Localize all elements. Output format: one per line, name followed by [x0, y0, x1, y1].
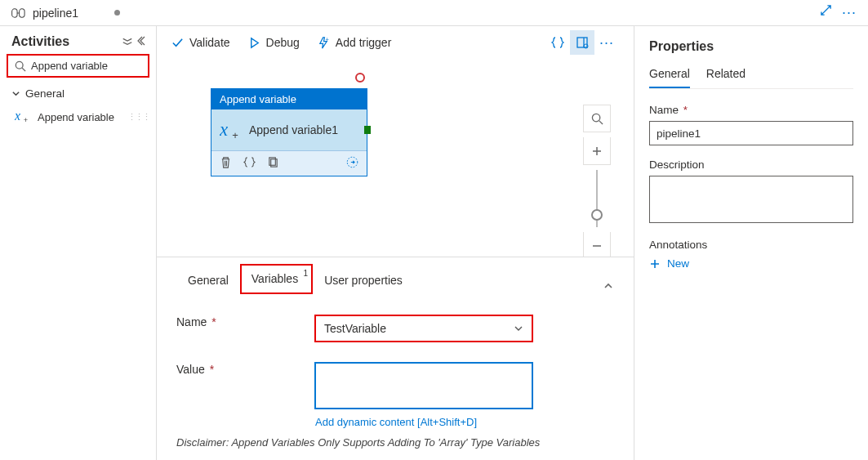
svg-line-4: [22, 68, 25, 71]
expand-icon[interactable]: [820, 4, 832, 21]
node-output-button[interactable]: [346, 156, 358, 171]
svg-rect-8: [577, 38, 587, 47]
search-value: Append variable: [31, 60, 108, 72]
zoom-slider-knob[interactable]: [591, 209, 603, 221]
copy-icon: [267, 156, 279, 168]
svg-text:x: x: [220, 121, 228, 139]
debug-button[interactable]: Debug: [248, 36, 300, 49]
minus-icon: [591, 240, 603, 252]
variable-name-label: Name *: [176, 315, 315, 328]
svg-point-3: [16, 61, 23, 69]
pipeline-icon: [11, 7, 26, 19]
activity-node-append-variable[interactable]: Append variable x + Append variable1: [211, 88, 367, 176]
variable-name-select[interactable]: TestVariable: [315, 315, 532, 342]
unsaved-indicator-icon: [114, 10, 120, 16]
trash-icon: [220, 156, 232, 168]
collapse-details-button[interactable]: [603, 280, 614, 294]
tab-user-properties[interactable]: User properties: [313, 266, 414, 294]
zoom-fit-button[interactable]: [583, 105, 611, 132]
description-label: Description: [649, 159, 853, 171]
activity-item-append-variable[interactable]: x + Append variable ⋮⋮⋮: [0, 105, 156, 129]
svg-line-17: [599, 120, 602, 123]
drag-handle-icon[interactable]: ⋮⋮⋮: [127, 112, 149, 123]
delete-node-button[interactable]: [220, 156, 232, 171]
play-icon: [248, 37, 260, 49]
tab-variables[interactable]: Variables1: [240, 264, 313, 294]
variable-value-input[interactable]: [315, 363, 532, 409]
svg-rect-1: [20, 8, 24, 16]
braces-icon: [551, 36, 564, 49]
code-view-button[interactable]: [545, 30, 570, 55]
zoom-out-button[interactable]: [583, 232, 611, 257]
plus-icon: [591, 145, 603, 157]
new-annotation-button[interactable]: New: [649, 257, 853, 270]
zoom-in-button[interactable]: [583, 137, 611, 165]
validate-button[interactable]: Validate: [171, 36, 230, 49]
svg-point-16: [592, 114, 599, 121]
output-port-icon[interactable]: [364, 126, 371, 134]
add-dynamic-content-link[interactable]: Add dynamic content [Alt+Shift+D]: [315, 416, 532, 428]
output-arrow-icon: [346, 156, 358, 168]
canvas-toolbar: Validate Debug + Add trigger: [157, 26, 634, 59]
pipeline-name-input[interactable]: [649, 121, 853, 145]
activities-heading: Activities: [11, 34, 69, 49]
description-input[interactable]: [649, 176, 853, 223]
braces-icon: [243, 156, 256, 168]
more-menu-icon[interactable]: ···: [842, 4, 857, 21]
sidebar-section-general[interactable]: General: [0, 83, 156, 105]
variable-icon: x +: [220, 121, 241, 139]
search-icon: [15, 60, 26, 72]
activity-search-input[interactable]: Append variable: [7, 54, 149, 78]
pipeline-title: pipeline1: [33, 7, 78, 20]
node-code-button[interactable]: [243, 156, 256, 171]
svg-text:+: +: [24, 117, 28, 125]
error-indicator-icon: [355, 73, 365, 83]
collapse-all-icon[interactable]: [122, 34, 133, 49]
annotations-label: Annotations: [649, 239, 853, 251]
svg-text:x: x: [15, 109, 20, 123]
svg-rect-0: [12, 8, 17, 16]
props-tab-related[interactable]: Related: [706, 67, 746, 88]
props-tab-general[interactable]: General: [649, 67, 690, 88]
add-trigger-button[interactable]: + Add trigger: [318, 36, 391, 49]
svg-text:+: +: [325, 37, 329, 43]
pipeline-tab[interactable]: pipeline1: [11, 7, 120, 20]
check-icon: [171, 37, 184, 49]
hide-sidebar-icon[interactable]: [136, 34, 146, 49]
pipeline-name-label: Name *: [649, 104, 853, 116]
properties-panel: Properties General Related Name * Descri…: [634, 26, 868, 460]
search-icon: [591, 113, 603, 125]
node-type-label: Append variable: [211, 89, 367, 109]
zoom-slider[interactable]: [596, 170, 598, 227]
variable-value-label: Value *: [176, 363, 315, 376]
properties-heading: Properties: [649, 39, 853, 54]
title-bar: pipeline1 ···: [0, 0, 868, 26]
chevron-down-icon: [11, 89, 20, 98]
zoom-controls: [583, 105, 611, 257]
copy-node-button[interactable]: [267, 156, 279, 171]
trigger-icon: +: [318, 37, 330, 49]
properties-icon: [576, 36, 589, 49]
svg-text:+: +: [232, 129, 238, 139]
toolbar-more-button[interactable]: ···: [594, 30, 619, 55]
chevron-up-icon: [603, 280, 614, 292]
chevron-down-icon: [514, 324, 523, 333]
node-title: Append variable1: [249, 123, 338, 136]
disclaimer-text: Disclaimer: Append Variables Only Suppor…: [176, 436, 614, 449]
properties-toggle-button[interactable]: [570, 30, 594, 55]
tab-general[interactable]: General: [176, 266, 240, 294]
activities-sidebar: Activities Append variable: [0, 26, 157, 460]
variable-icon: x +: [15, 109, 31, 124]
plus-icon: [649, 258, 661, 270]
activity-details-panel: General Variables1 User properties Name …: [157, 257, 634, 460]
pipeline-canvas[interactable]: Append variable x + Append variable1: [157, 59, 634, 257]
